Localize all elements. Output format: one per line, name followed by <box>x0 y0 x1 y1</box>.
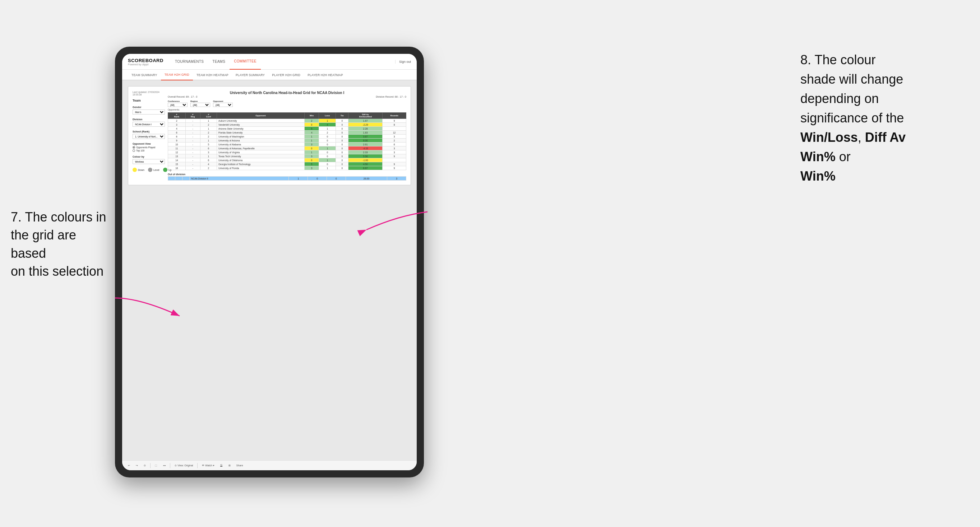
legend-dot-level <box>148 168 152 172</box>
out-div-tie: 0 <box>326 177 345 181</box>
th-loss: Loss <box>319 113 336 119</box>
opponents-filter-row: Opponents: <box>168 108 406 111</box>
table-row: 2-1Auburn University2101.679 <box>168 119 406 123</box>
data-cell: 9 <box>383 166 406 170</box>
table-row: 16-2University of Florida3106.679 <box>168 166 406 170</box>
team-heading: Team <box>132 99 141 102</box>
toolbar-share-icon[interactable]: 🗳 <box>219 464 224 467</box>
region-select[interactable]: (All) <box>190 103 210 107</box>
data-cell: 4.50 <box>348 162 383 166</box>
data-cell: 8 <box>383 123 406 127</box>
nav-link-teams[interactable]: TEAMS <box>208 54 229 70</box>
data-cell: 2 <box>168 119 186 123</box>
data-cell: 1 <box>319 146 336 151</box>
toolbar-watch[interactable]: 👁 Watch ▾ <box>200 464 216 468</box>
data-cell: 1.67 <box>348 119 383 123</box>
data-cell: 11 <box>168 146 186 151</box>
data-cell: 6 <box>383 143 406 146</box>
data-cell: 2 <box>304 119 319 123</box>
data-cell: 0 <box>336 166 348 170</box>
toolbar-copy[interactable]: ⬚ <box>153 464 159 468</box>
filter-opponent: Opponent (All) <box>213 100 233 107</box>
subnav-team-h2h-heatmap[interactable]: TEAM H2H HEATMAP <box>193 70 232 80</box>
data-cell: 0 <box>319 138 336 143</box>
opponent-cell: Vanderbilt University <box>217 123 305 127</box>
data-cell: - <box>185 123 200 127</box>
data-cell: 12 <box>383 131 406 135</box>
nav-link-tournaments[interactable]: TOURNAMENTS <box>171 54 208 70</box>
sign-out-link[interactable]: Sign out <box>395 60 411 63</box>
out-div-win: 1 <box>289 177 308 181</box>
data-cell: 4 <box>304 131 319 135</box>
data-cell: - <box>185 135 200 138</box>
out-div-row: NCAA Division II 1 0 0 26.00 3 <box>168 177 406 181</box>
nav-link-committee[interactable]: COMMITTEE <box>229 54 261 70</box>
th-opponent: Opponent <box>217 113 305 119</box>
data-cell: - <box>185 162 200 166</box>
subnav-player-h2h-heatmap[interactable]: PLAYER H2H HEATMAP <box>304 70 347 80</box>
table-row: 8-2University of Washington1003.673 <box>168 135 406 138</box>
bold-diff-av: Diff Av <box>865 130 906 144</box>
toolbar-grid-icon[interactable]: ⊞ <box>227 464 232 468</box>
radio-top100[interactable]: Top 100 <box>132 149 165 152</box>
opponent-cell: University of Florida <box>217 166 305 170</box>
filter-conference: Conference (All) <box>168 100 188 107</box>
data-cell: - <box>185 158 200 162</box>
subnav-player-summary[interactable]: PLAYER SUMMARY <box>232 70 268 80</box>
data-cell: 9 <box>383 119 406 123</box>
data-cell: 1 <box>200 127 216 131</box>
table-row: 13-1Texas Tech University3005.569 <box>168 154 406 158</box>
bottom-toolbar: ↩ ↪ ⊙ ⬚ ••• ⊙ View: Original 👁 Watch ▾ 🗳… <box>122 460 417 470</box>
toolbar-redo[interactable]: ↪ <box>134 464 139 468</box>
toolbar-view-original[interactable]: ⊙ View: Original <box>173 464 194 468</box>
data-cell: 0 <box>304 158 319 162</box>
data-cell: 1 <box>304 138 319 143</box>
toolbar-share-btn[interactable]: Share <box>235 464 245 467</box>
subnav-team-h2h-grid[interactable]: TEAM H2H GRID <box>161 70 193 80</box>
toolbar-refresh[interactable]: ⊙ <box>142 464 147 468</box>
opponent-cell: Texas Tech University <box>217 154 305 158</box>
annotation-right: 8. The colour shade will change dependin… <box>800 50 973 186</box>
data-cell <box>383 127 406 131</box>
data-cell: 1 <box>304 135 319 138</box>
toolbar-divider-1 <box>150 463 151 468</box>
out-div-division: NCAA Division II <box>190 177 289 181</box>
gender-select[interactable]: Men's <box>132 110 165 114</box>
table-row: 6-2Florida State University4201.8312 <box>168 131 406 135</box>
data-cell: 3 <box>304 166 319 170</box>
data-cell: 0 <box>336 135 348 138</box>
data-cell: 3 <box>383 146 406 151</box>
data-cell: 1 <box>200 154 216 158</box>
opponent-select[interactable]: (All) <box>213 103 233 107</box>
opponent-label: Opponent <box>213 100 233 102</box>
data-cell: 0 <box>304 146 319 151</box>
data-cell: 2 <box>383 138 406 143</box>
th-rounds: Rounds <box>383 113 406 119</box>
subnav-team-summary[interactable]: TEAM SUMMARY <box>128 70 161 80</box>
radio-opponents-played[interactable]: Opponents Played <box>132 146 165 149</box>
data-cell: - <box>185 138 200 143</box>
out-div-table: NCAA Division II 1 0 0 26.00 3 <box>168 176 406 181</box>
colour-by-label: Colour by <box>132 156 165 158</box>
school-select[interactable]: 1. University of Nort... <box>132 134 165 139</box>
data-cell: 3 <box>200 151 216 154</box>
legend-level: Level <box>148 168 159 172</box>
table-row: 12-3University of Virginia1002.333 <box>168 151 406 154</box>
toolbar-undo[interactable]: ↩ <box>126 464 132 468</box>
conference-select[interactable]: (All) <box>168 103 188 107</box>
subnav-player-h2h-grid[interactable]: PLAYER H2H GRID <box>268 70 304 80</box>
data-cell: 3 <box>304 154 319 158</box>
toolbar-more[interactable]: ••• <box>162 464 167 467</box>
data-cell: - <box>185 166 200 170</box>
overall-record: Overall Record: 89 - 17 - 0 <box>168 95 197 98</box>
annotation-left: 7. The colours in the grid are based on … <box>11 208 111 281</box>
colour-by-select[interactable]: Win/loss <box>132 159 165 164</box>
division-select[interactable]: NCAA Division I <box>132 122 165 127</box>
data-cell: 14 <box>168 158 186 162</box>
data-cell: 3.67 <box>348 135 383 138</box>
data-cell: 0 <box>336 143 348 146</box>
data-cell: 0 <box>336 154 348 158</box>
th-rank: #Rank <box>168 113 186 119</box>
logo-area: SCOREBOARD Powered by clippd <box>128 58 164 66</box>
out-div-blank1 <box>168 177 175 181</box>
